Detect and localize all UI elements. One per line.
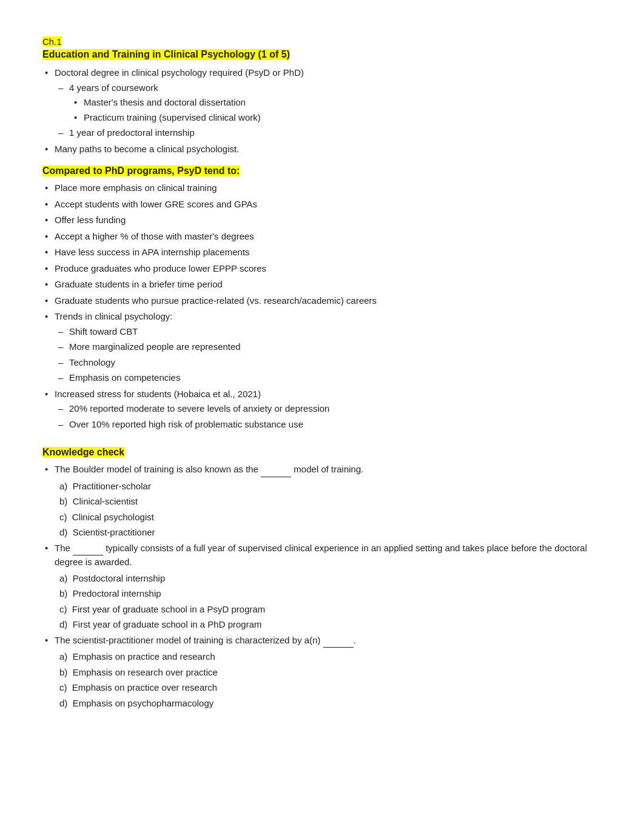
kc-q3-bullet: The scientist-practitioner model of trai… xyxy=(42,634,602,648)
s2-bullet-2: Accept students with lower GRE scores an… xyxy=(42,198,602,212)
s2-bullet-3: Offer less funding xyxy=(42,213,602,227)
kc-q2-a: a) Postdoctoral internship xyxy=(42,572,602,586)
q2-blank xyxy=(73,542,103,556)
s2-trends-bullet: Trends in clinical psychology: Shift tow… xyxy=(42,310,602,385)
main-content-list: Doctoral degree in clinical psychology r… xyxy=(42,66,602,156)
section2-list: Place more emphasis on clinical training… xyxy=(42,181,602,431)
kc-q1-bullet: The Boulder model of training is also kn… xyxy=(42,463,602,477)
knowledge-check-list: The Boulder model of training is also kn… xyxy=(42,463,602,710)
page-title-container: Education and Training in Clinical Psych… xyxy=(42,49,602,66)
sub-sub-list-1a: Master's thesis and doctoral dissertatio… xyxy=(69,96,602,124)
knowledge-check-header: Knowledge check xyxy=(42,447,124,458)
kc-q2-b: b) Predoctoral internship xyxy=(42,587,602,601)
stress-bullet: Increased stress for students (Hobaica e… xyxy=(42,387,602,432)
sub-list-1: 4 years of coursework Master's thesis an… xyxy=(55,81,602,140)
main-bullet-2: Many paths to become a clinical psycholo… xyxy=(42,143,602,156)
kc-q2-c: c) First year of graduate school in a Ps… xyxy=(42,603,602,617)
kc-q3-b: b) Emphasis on research over practice xyxy=(42,666,602,680)
chapter-label-text: Ch.1 xyxy=(42,36,62,47)
chapter-label: Ch.1 xyxy=(42,36,602,49)
kc-q3-c: c) Emphasis on practice over research xyxy=(42,681,602,695)
s2-bullet-8: Graduate students who pursue practice-re… xyxy=(42,294,602,308)
trends-sub-list: Shift toward CBT More marginalized peopl… xyxy=(55,325,602,385)
sub-sub-item-1: Master's thesis and doctoral dissertatio… xyxy=(69,96,602,110)
s2-bullet-1: Place more emphasis on clinical training xyxy=(42,181,602,195)
trend-3: Technology xyxy=(55,356,602,370)
kc-q1-d: d) Scientist-practitioner xyxy=(42,526,602,540)
q3-blank xyxy=(323,634,354,648)
knowledge-check-section: Knowledge check The Boulder model of tra… xyxy=(42,440,602,710)
sub-item-1a: 4 years of coursework Master's thesis an… xyxy=(55,81,602,125)
q1-blank xyxy=(261,463,291,477)
kc-q3-a: a) Emphasis on practice and research xyxy=(42,650,602,664)
trend-2: More marginalized people are represented xyxy=(55,340,602,354)
main-bullet-1: Doctoral degree in clinical psychology r… xyxy=(42,66,602,140)
s2-bullet-7: Graduate students in a briefer time peri… xyxy=(42,278,602,292)
stress-sub-1: 20% reported moderate to severe levels o… xyxy=(55,402,602,416)
kc-q1-b: b) Clinical-scientist xyxy=(42,495,602,509)
sub-item-1b: 1 year of predoctoral internship xyxy=(55,126,602,140)
page-title: Education and Training in Clinical Psych… xyxy=(42,49,290,60)
kc-q3-d: d) Emphasis on psychopharmacology xyxy=(42,697,602,711)
s2-bullet-5: Have less success in APA internship plac… xyxy=(42,246,602,260)
kc-q1-a: a) Practitioner-scholar xyxy=(42,480,602,494)
trend-4: Emphasis on competencies xyxy=(55,371,602,385)
stress-sub-list: 20% reported moderate to severe levels o… xyxy=(55,402,602,431)
stress-sub-2: Over 10% reported high risk of problemat… xyxy=(55,418,602,432)
section2-header: Compared to PhD programs, PsyD tend to: xyxy=(42,166,240,176)
kc-q2-bullet: The typically consists of a full year of… xyxy=(42,542,602,569)
sub-sub-item-2: Practicum training (supervised clinical … xyxy=(69,111,602,125)
section2-header-container: Compared to PhD programs, PsyD tend to: xyxy=(42,158,602,181)
s2-bullet-4: Accept a higher % of those with master's… xyxy=(42,230,602,244)
trend-1: Shift toward CBT xyxy=(55,325,602,339)
kc-q1-c: c) Clinical psychologist xyxy=(42,511,602,525)
s2-bullet-6: Produce graduates who produce lower EPPP… xyxy=(42,262,602,276)
kc-q2-d: d) First year of graduate school in a Ph… xyxy=(42,618,602,632)
